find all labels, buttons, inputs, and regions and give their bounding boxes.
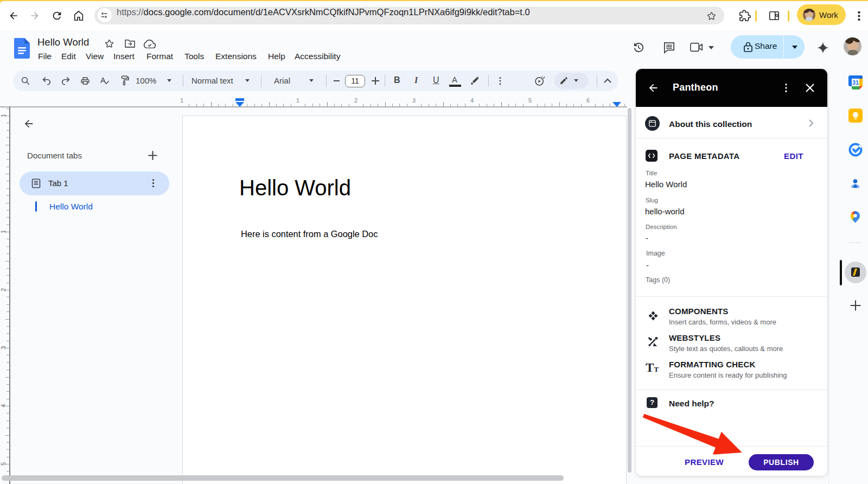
svg-text:31: 31 (852, 79, 859, 86)
